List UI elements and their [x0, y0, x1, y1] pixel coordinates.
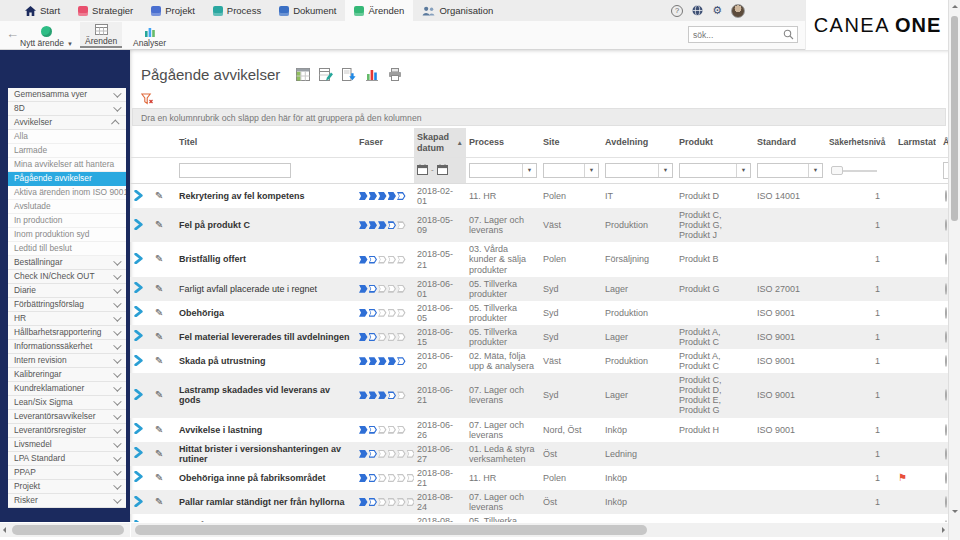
- group-by-bar[interactable]: Dra en kolumnrubrik och släpp den här fö…: [132, 108, 946, 126]
- standard-filter-dropdown[interactable]: ▼: [757, 163, 823, 178]
- expand-row-icon[interactable]: [133, 426, 144, 436]
- tab-projekt[interactable]: Projekt: [142, 0, 204, 21]
- table-row[interactable]: ✎Obehöriga2018-06-0505. Tillverka produk…: [130, 301, 948, 325]
- edit-row-icon[interactable]: ✎: [155, 283, 163, 294]
- tab-dokument[interactable]: Dokument: [270, 0, 345, 21]
- edit-row-icon[interactable]: ✎: [155, 424, 163, 435]
- edit-view-icon[interactable]: [319, 68, 333, 81]
- page-vscrollbar[interactable]: [948, 0, 960, 540]
- sidebar-item-ledtid-till-beslut[interactable]: Ledtid till beslut: [8, 242, 126, 256]
- table-hscrollbar[interactable]: [131, 523, 948, 537]
- edit-row-icon[interactable]: ✎: [155, 389, 163, 400]
- dropdown-arrow-icon[interactable]: ▼: [584, 164, 598, 177]
- expand-row-icon[interactable]: [133, 193, 144, 203]
- sidebar-item-lean-six-sigma[interactable]: Lean/Six Sigma: [8, 396, 126, 410]
- column-header-produkt[interactable]: Produkt: [676, 128, 754, 157]
- sidebar-item-p-g-ende-avvikelser[interactable]: Pågående avvikelser: [8, 172, 126, 186]
- sidebar-item-aktiva-renden-inom-iso-9001[interactable]: Aktiva ärenden inom ISO 9001: [8, 186, 126, 200]
- settings-gear-icon[interactable]: ⚙: [712, 5, 722, 16]
- sidebar-item-gemensamma-vyer[interactable]: Gemensamma vyer: [8, 88, 126, 102]
- sidebar-item-informationss-kerhet[interactable]: Informationssäkerhet: [8, 340, 126, 354]
- scroll-down-icon[interactable]: [952, 510, 958, 513]
- expand-row-icon[interactable]: [133, 256, 144, 266]
- sidebar-item-intern-revision[interactable]: Intern revision: [8, 354, 126, 368]
- dropdown-arrow-icon[interactable]: ▼: [658, 164, 672, 177]
- expand-row-icon[interactable]: [133, 392, 144, 402]
- edit-row-icon[interactable]: ✎: [155, 219, 163, 230]
- sidebar-hscroll-thumb[interactable]: [12, 525, 124, 535]
- expand-row-icon[interactable]: [133, 333, 144, 343]
- column-header-titel[interactable]: Titel: [176, 128, 356, 157]
- produkt-filter-dropdown[interactable]: ▼: [679, 163, 751, 178]
- column-header-datum[interactable]: Skapad datum▲: [414, 128, 466, 157]
- table-row[interactable]: ✎Avvikelse i lastning2018-06-2607. Lager…: [130, 418, 948, 442]
- edit-row-icon[interactable]: ✎: [155, 307, 163, 318]
- tab-process[interactable]: Process: [204, 0, 270, 21]
- sidebar-item-leverant-rsavvikelser[interactable]: Leverantörsavvikelser: [8, 410, 126, 424]
- page-vscroll-thumb[interactable]: [951, 16, 958, 221]
- dropdown-arrow-icon[interactable]: ▼: [736, 164, 750, 177]
- column-header-larmstatus[interactable]: Larmstatus: [886, 128, 936, 157]
- edit-row-icon[interactable]: ✎: [155, 472, 163, 483]
- sidebar-item-mina-avvikelser-att-hantera[interactable]: Mina avvikelser att hantera: [8, 158, 126, 172]
- sidebar-item-best-llningar[interactable]: Beställningar: [8, 256, 126, 270]
- column-header-site[interactable]: Site: [540, 128, 602, 157]
- edit-row-icon[interactable]: ✎: [155, 253, 163, 264]
- tab-organisation[interactable]: Organisation: [413, 0, 502, 21]
- sidebar-item-inom-produktion-syd[interactable]: Inom produktion syd: [8, 228, 126, 242]
- table-row[interactable]: ✎Fel material levererades till avdelning…: [130, 325, 948, 349]
- edit-row-icon[interactable]: ✎: [155, 355, 163, 366]
- scroll-left-icon[interactable]: [3, 527, 6, 533]
- sidebar-item-kundreklamationer[interactable]: Kundreklamationer: [8, 382, 126, 396]
- slider-thumb[interactable]: [831, 166, 843, 175]
- tab-strategier[interactable]: Strategier: [69, 0, 142, 21]
- edit-row-icon[interactable]: ✎: [155, 496, 163, 507]
- site-filter-dropdown[interactable]: ▼: [543, 163, 599, 178]
- avdelning-filter-dropdown[interactable]: ▼: [605, 163, 673, 178]
- expand-row-icon[interactable]: [133, 222, 144, 232]
- expand-row-icon[interactable]: [133, 499, 144, 509]
- table-row[interactable]: ✎Obehöriga inne på fabriksområdet2018-08…: [130, 466, 948, 490]
- expand-row-icon[interactable]: [133, 450, 144, 460]
- column-header-avdelning[interactable]: Avdelning: [602, 128, 676, 157]
- sidebar-item-risker[interactable]: Risker: [8, 494, 126, 508]
- edit-row-icon[interactable]: ✎: [155, 448, 163, 459]
- sidebar-item-avslutade[interactable]: Avslutade: [8, 200, 126, 214]
- sidebar-item-diarie[interactable]: Diarie: [8, 284, 126, 298]
- new-case-button[interactable]: Nytt ärende▼: [20, 22, 73, 48]
- sidebar-item-hr[interactable]: HR: [8, 312, 126, 326]
- sidebar-hscrollbar[interactable]: [0, 523, 130, 537]
- table-row[interactable]: ✎Fel på produkt C2018-05-0907. Lager och…: [130, 208, 948, 242]
- dropdown-arrow-icon[interactable]: ▼: [522, 164, 536, 177]
- scroll-right-icon[interactable]: [942, 527, 945, 533]
- column-header-sakerhetsniva[interactable]: Säkerhetsnivå: [826, 128, 886, 157]
- sidebar-item-alla[interactable]: Alla: [8, 130, 126, 144]
- tab-start[interactable]: Start: [16, 0, 69, 21]
- expand-row-icon[interactable]: [133, 309, 144, 319]
- export-icon[interactable]: [342, 68, 356, 81]
- sidebar-item-h-llbarhetsrapportering[interactable]: Hållbarhetsrapportering: [8, 326, 126, 340]
- help-icon[interactable]: ?: [671, 5, 683, 17]
- sidebar-item-check-in-check-out[interactable]: Check IN/Check OUT: [8, 270, 126, 284]
- edit-row-icon[interactable]: ✎: [155, 331, 163, 342]
- filter-funnel-icon[interactable]: [141, 91, 153, 108]
- column-header-faser[interactable]: Faser: [356, 128, 414, 157]
- ribbon-tab-analyser[interactable]: Analyser: [128, 22, 171, 48]
- table-row[interactable]: ✎Rekrytering av fel kompetens2018-02-011…: [130, 184, 948, 208]
- column-header-process[interactable]: Process: [466, 128, 540, 157]
- table-row[interactable]: ✎Bristfällig offert2018-05-2103. Vårda k…: [130, 242, 948, 276]
- sidebar-item-ppap[interactable]: PPAP: [8, 466, 126, 480]
- sidebar-item-lpa-standard[interactable]: LPA Standard: [8, 452, 126, 466]
- security-level-slider[interactable]: [831, 170, 877, 172]
- user-avatar[interactable]: [731, 4, 745, 18]
- tab-renden[interactable]: Ärenden: [345, 0, 413, 21]
- dropdown-arrow-icon[interactable]: ▼: [808, 164, 822, 177]
- table-row[interactable]: ✎Skada på utrustning2018-06-2002. Mäta, …: [130, 349, 948, 373]
- language-globe-icon[interactable]: [692, 2, 703, 20]
- search-input[interactable]: [689, 30, 783, 40]
- sidebar-item-8d[interactable]: 8D: [8, 102, 126, 116]
- expand-row-icon[interactable]: [133, 474, 144, 484]
- back-button[interactable]: ←: [6, 27, 19, 40]
- table-row[interactable]: ✎Hittat brister i versionshanteringen av…: [130, 442, 948, 466]
- calendar-from-icon[interactable]: [417, 164, 428, 178]
